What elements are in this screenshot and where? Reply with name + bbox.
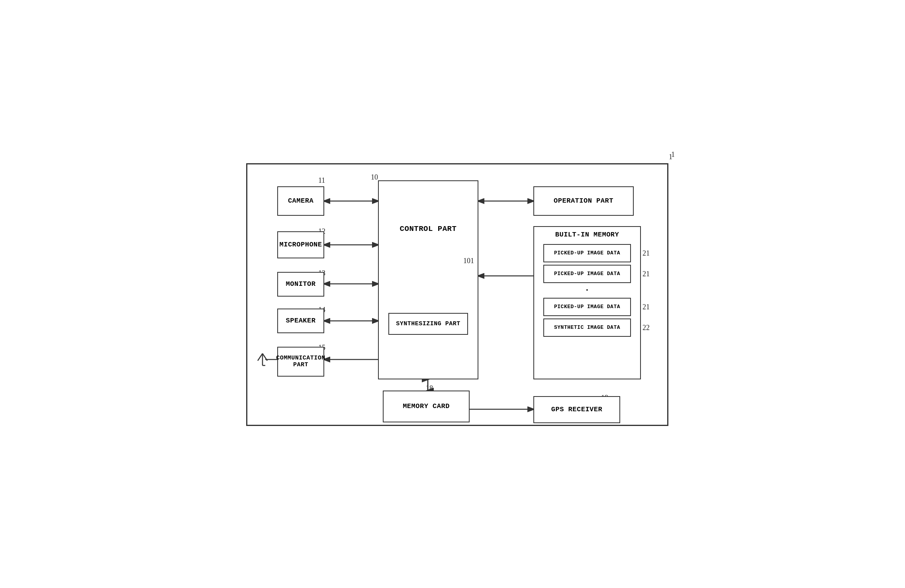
control-part-box: CONTROL PART SYNTHESIZING PART bbox=[378, 180, 478, 379]
synthetic-image-data-label: SYNTHETIC IMAGE DATA bbox=[554, 324, 620, 330]
picked-up-image-data-2-label: PICKED-UP IMAGE DATA bbox=[554, 271, 620, 277]
ref-22: 22 bbox=[643, 324, 650, 332]
gps-receiver-label: GPS RECEIVER bbox=[551, 406, 602, 413]
ref-11: 11 bbox=[318, 176, 325, 185]
antenna-icon bbox=[255, 350, 270, 371]
ref-101: 101 bbox=[463, 257, 474, 265]
picked-up-image-data-1-label: PICKED-UP IMAGE DATA bbox=[554, 250, 620, 256]
camera-box: CAMERA bbox=[277, 186, 324, 216]
svg-line-13 bbox=[262, 354, 267, 361]
synthesizing-part-box: SYNTHESIZING PART bbox=[388, 313, 468, 335]
svg-line-12 bbox=[258, 354, 262, 361]
microphone-box: MICROPHONE bbox=[277, 231, 324, 258]
memory-card-label: MEMORY CARD bbox=[403, 402, 450, 410]
dots: · bbox=[543, 285, 631, 295]
ref-21-1: 21 bbox=[643, 249, 650, 258]
built-in-memory-box: BUILT-IN MEMORY PICKED-UP IMAGE DATA PIC… bbox=[533, 226, 641, 379]
synthesizing-part-label: SYNTHESIZING PART bbox=[396, 320, 460, 327]
built-in-memory-label: BUILT-IN MEMORY bbox=[555, 231, 619, 238]
ref-21-3: 21 bbox=[643, 303, 650, 311]
picked-up-image-data-2-box: PICKED-UP IMAGE DATA bbox=[543, 265, 631, 283]
picked-up-image-data-3-label: PICKED-UP IMAGE DATA bbox=[554, 304, 620, 310]
camera-label: CAMERA bbox=[288, 197, 313, 205]
ref-21-2: 21 bbox=[643, 270, 650, 278]
operation-part-box: OPERATION PART bbox=[533, 186, 634, 216]
monitor-box: MONITOR bbox=[277, 272, 324, 297]
page-wrapper: 1 bbox=[226, 147, 679, 441]
picked-up-image-data-1-box: PICKED-UP IMAGE DATA bbox=[543, 244, 631, 262]
communication-part-label: COMMUNICATIONPART bbox=[276, 355, 325, 368]
gps-receiver-box: GPS RECEIVER bbox=[533, 396, 620, 423]
outer-ref-1: 1 bbox=[669, 153, 672, 161]
speaker-box: SPEAKER bbox=[277, 309, 324, 333]
communication-part-box: COMMUNICATIONPART bbox=[277, 347, 324, 377]
microphone-label: MICROPHONE bbox=[279, 241, 322, 248]
speaker-label: SPEAKER bbox=[286, 317, 316, 324]
memory-card-box: MEMORY CARD bbox=[383, 391, 470, 422]
operation-part-label: OPERATION PART bbox=[554, 197, 613, 205]
picked-up-image-data-3-box: PICKED-UP IMAGE DATA bbox=[543, 298, 631, 316]
control-part-label: CONTROL PART bbox=[388, 225, 468, 233]
ref-10: 10 bbox=[371, 173, 378, 182]
synthetic-image-data-box: SYNTHETIC IMAGE DATA bbox=[543, 318, 631, 337]
monitor-label: MONITOR bbox=[286, 280, 316, 288]
outer-box: 10 CONTROL PART SYNTHESIZING PART 101 11… bbox=[246, 163, 668, 426]
